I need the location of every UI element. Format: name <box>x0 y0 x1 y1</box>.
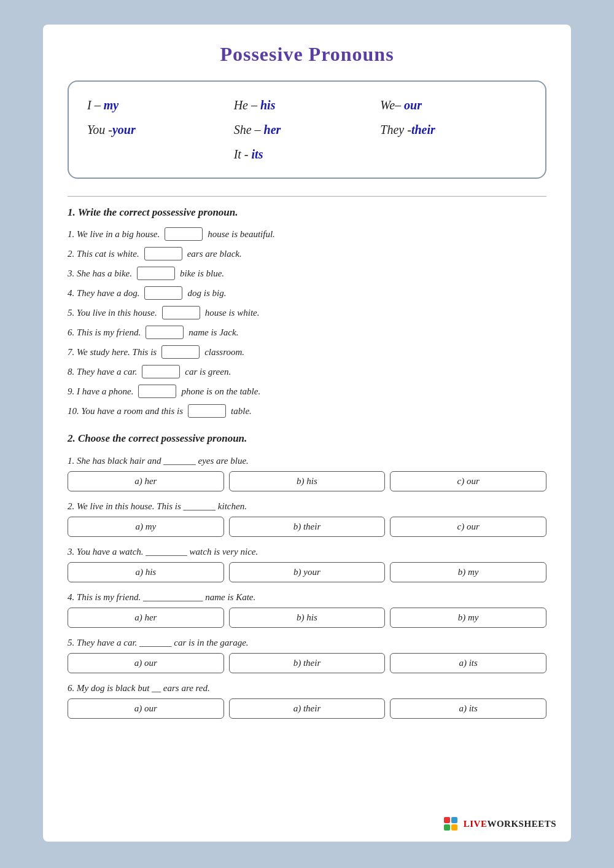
mc-q1-options: a) her b) his c) our <box>68 471 546 491</box>
pronoun-you: You -your <box>87 117 234 142</box>
worksheet-page: Possesive Pronouns I – my You -your He –… <box>43 25 571 842</box>
section1-title: 1. Write the correct possessive pronoun. <box>68 206 546 219</box>
lw-sq-green <box>444 824 450 831</box>
pronoun-it: It - its <box>234 142 381 166</box>
mc-q4-opt-c[interactable]: b) my <box>390 608 546 628</box>
fill-input-3[interactable] <box>137 267 175 280</box>
mc-q6-options: a) our a) their a) its <box>68 698 546 719</box>
ex1-item10: 10. You have a room and this is table. <box>68 404 546 418</box>
lw-logo-squares <box>444 817 457 831</box>
mc-q2-opt-c[interactable]: c) our <box>390 517 546 537</box>
ex1-item2: 2. This cat is white. ears are black. <box>68 247 546 260</box>
mc-q6-opt-b[interactable]: a) their <box>229 698 386 719</box>
mc-q6-text: 6. My dog is black but __ ears are red. <box>68 683 546 694</box>
liveworksheets-branding: LIVEWORKSHEETS <box>444 817 556 831</box>
pronoun-reference-box: I – my You -your He – his She – her It -… <box>68 80 546 179</box>
mc-q2-opt-b[interactable]: b) their <box>229 517 386 537</box>
fill-input-8[interactable] <box>142 365 180 378</box>
section2-questions: 1. She has black hair and _______ eyes a… <box>68 456 546 719</box>
pronoun-we: We– our <box>380 93 527 117</box>
lw-sq-blue <box>451 817 457 823</box>
lw-brand-text: LIVEWORKSHEETS <box>464 819 556 829</box>
mc-q1-text: 1. She has black hair and _______ eyes a… <box>68 456 546 466</box>
fill-input-6[interactable] <box>146 326 184 339</box>
mc-q4-options: a) her b) his b) my <box>68 608 546 628</box>
mc-q5-options: a) our b) their a) its <box>68 653 546 673</box>
section2-title: 2. Choose the correct possessive pronoun… <box>68 432 546 445</box>
pronoun-col1: I – my You -your <box>87 93 234 166</box>
lw-logo <box>444 817 460 831</box>
fill-input-2[interactable] <box>144 247 182 260</box>
ex1-item9: 9. I have a phone. phone is on the table… <box>68 385 546 398</box>
ex1-item8: 8. They have a car. car is green. <box>68 365 546 378</box>
ex1-item4: 4. They have a dog. dog is big. <box>68 286 546 300</box>
ex1-item7: 7. We study here. This is classroom. <box>68 345 546 359</box>
mc-q5-opt-a[interactable]: a) our <box>68 653 224 673</box>
fill-input-9[interactable] <box>138 385 176 398</box>
mc-q3-options: a) his b) your b) my <box>68 562 546 582</box>
mc-q1-opt-a[interactable]: a) her <box>68 471 224 491</box>
mc-q5-opt-b[interactable]: b) their <box>229 653 386 673</box>
fill-input-10[interactable] <box>188 404 226 418</box>
lw-sq-red <box>444 817 450 823</box>
fill-input-7[interactable] <box>161 345 200 359</box>
ex1-item3: 3. She has a bike. bike is blue. <box>68 267 546 280</box>
mc-q4-opt-b[interactable]: b) his <box>229 608 386 628</box>
mc-q6-opt-a[interactable]: a) our <box>68 698 224 719</box>
pronoun-i: I – my <box>87 93 234 117</box>
mc-q3-text: 3. You have a watch. _________ watch is … <box>68 547 546 557</box>
lw-sq-yellow <box>451 824 457 831</box>
fill-input-1[interactable] <box>165 227 203 241</box>
pronoun-they: They -their <box>380 117 527 142</box>
mc-q2-options: a) my b) their c) our <box>68 517 546 537</box>
mc-q2-text: 2. We live in this house. This is ______… <box>68 501 546 512</box>
ex1-item5: 5. You live in this house. house is whit… <box>68 306 546 319</box>
section-divider <box>68 196 546 197</box>
mc-q2-opt-a[interactable]: a) my <box>68 517 224 537</box>
mc-q3-opt-c[interactable]: b) my <box>390 562 546 582</box>
pronoun-she: She – her <box>234 117 381 142</box>
mc-q4-opt-a[interactable]: a) her <box>68 608 224 628</box>
mc-q5-text: 5. They have a car. _______ car is in th… <box>68 638 546 648</box>
ex1-item1: 1. We live in a big house. house is beau… <box>68 227 546 241</box>
fill-input-4[interactable] <box>144 286 182 300</box>
fill-input-5[interactable] <box>162 306 200 319</box>
pronoun-col2: He – his She – her It - its <box>234 93 381 166</box>
mc-q3-opt-b[interactable]: b) your <box>229 562 386 582</box>
mc-q6-opt-c[interactable]: a) its <box>390 698 546 719</box>
pronoun-col3: We– our They -their <box>380 93 527 166</box>
pronoun-he: He – his <box>234 93 381 117</box>
mc-q5-opt-c[interactable]: a) its <box>390 653 546 673</box>
exercise1-list: 1. We live in a big house. house is beau… <box>68 227 546 418</box>
page-title: Possesive Pronouns <box>68 43 546 66</box>
ex1-item6: 6. This is my friend. name is Jack. <box>68 326 546 339</box>
mc-q1-opt-c[interactable]: c) our <box>390 471 546 491</box>
mc-q3-opt-a[interactable]: a) his <box>68 562 224 582</box>
mc-q1-opt-b[interactable]: b) his <box>229 471 386 491</box>
mc-q4-text: 4. This is my friend. _____________ name… <box>68 592 546 603</box>
lw-live-text: LIVE <box>464 819 488 829</box>
